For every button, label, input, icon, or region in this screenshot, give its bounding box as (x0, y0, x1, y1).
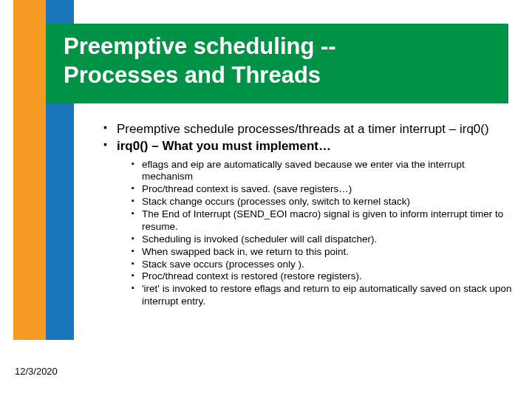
bullet-text: irq0() – What you must implement… (117, 139, 331, 153)
bullet-text: eflags and eip are automatically saved b… (142, 159, 465, 183)
slide: Preemptive scheduling -- Processes and T… (0, 0, 532, 399)
bullet-text: Preemptive schedule processes/threads at… (117, 122, 489, 136)
list-item: irq0() – What you must implement… (103, 138, 514, 154)
list-item: eflags and eip are automatically saved b… (132, 159, 514, 184)
decor-orange-strip (13, 0, 46, 340)
list-item: The End of Interrupt (SEND_EOI macro) si… (132, 208, 514, 233)
list-item: Proc/thread context is saved. (save regi… (132, 183, 514, 196)
list-item: Preemptive schedule processes/threads at… (103, 121, 514, 137)
bullet-text: When swapped back in, we return to this … (142, 246, 349, 257)
bullet-text: Stack save occurs (processes only ). (142, 259, 304, 270)
title-box: Preemptive scheduling -- Processes and T… (46, 24, 508, 103)
bullet-text: Stack change occurs (processes only, swi… (142, 196, 410, 207)
content-area: Preemptive schedule processes/threads at… (87, 121, 514, 308)
title-line-1: Preemptive scheduling -- (64, 33, 336, 59)
bullet-text: Proc/thread context is restored (restore… (142, 270, 362, 282)
list-item: Proc/thread context is restored (restore… (132, 270, 514, 283)
list-item: Scheduling is invoked (scheduler will ca… (132, 233, 514, 246)
bullet-text: Scheduling is invoked (scheduler will ca… (142, 233, 377, 245)
title-line-2: Processes and Threads (64, 62, 321, 88)
footer-date: 12/3/2020 (15, 366, 58, 377)
list-item: When swapped back in, we return to this … (132, 246, 514, 259)
list-item: Stack change occurs (processes only, swi… (132, 196, 514, 208)
list-item: 'iret' is invoked to restore eflags and … (132, 283, 514, 308)
bullet-text: 'iret' is invoked to restore eflags and … (142, 283, 511, 307)
slide-title: Preemptive scheduling -- Processes and T… (64, 33, 508, 90)
sub-bullet-list: eflags and eip are automatically saved b… (87, 159, 514, 309)
list-item: Stack save occurs (processes only ). (132, 259, 514, 271)
bullet-text: Proc/thread context is saved. (save regi… (142, 183, 352, 194)
main-bullet-list: Preemptive schedule processes/threads at… (87, 121, 514, 154)
bullet-text: The End of Interrupt (SEND_EOI macro) si… (142, 208, 503, 232)
